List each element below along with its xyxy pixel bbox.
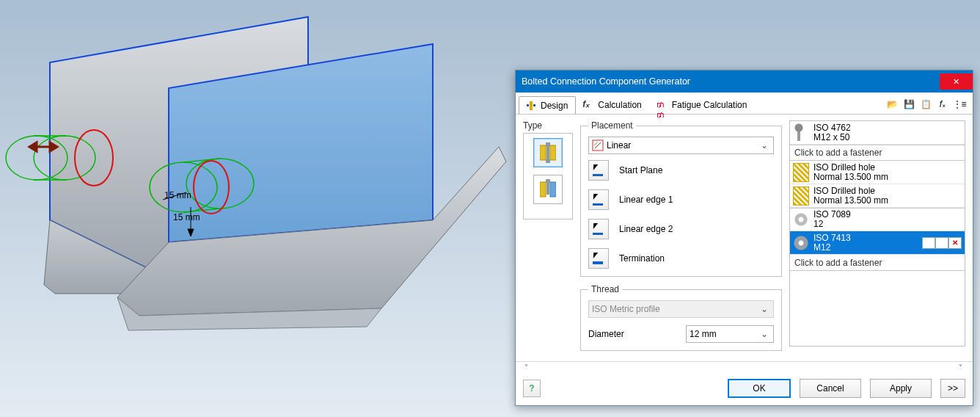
- diameter-value: 12 mm: [690, 329, 717, 339]
- placement-row-edge1: Linear edge 1: [588, 189, 774, 210]
- pick-edge1-button[interactable]: [588, 189, 609, 210]
- dialog-footer: ? OK Cancel Apply >>: [516, 373, 973, 405]
- drilled-hole-icon: [793, 186, 809, 206]
- diameter-label: Diameter: [588, 329, 624, 339]
- placement-mode-dropdown[interactable]: Linear ⌄: [588, 137, 774, 154]
- fx-mini-icon[interactable]: fₓ: [935, 97, 950, 112]
- add-fastener-label: Click to add a fastener: [794, 148, 882, 158]
- hole-line1: ISO Drilled hole: [813, 163, 888, 173]
- tab-design[interactable]: Design: [519, 96, 576, 114]
- model-viewport[interactable]: 15 mm 15 mm: [0, 0, 513, 417]
- help-button[interactable]: ?: [523, 380, 541, 397]
- expand-row-button[interactable]: ▸: [935, 237, 948, 249]
- close-button[interactable]: ✕: [940, 73, 973, 90]
- apply-button[interactable]: Apply: [870, 379, 932, 398]
- cursor-edge-icon: [593, 194, 604, 206]
- add-fastener-bottom[interactable]: Click to add a fastener: [790, 255, 965, 271]
- placement-row-label: Linear edge 2: [619, 224, 673, 234]
- dimension-a-label: 15 mm: [164, 190, 191, 200]
- thread-profile-value: ISO Metric profile: [592, 304, 660, 314]
- cursor-edge-icon: [593, 223, 604, 235]
- diameter-dropdown[interactable]: 12 mm ⌄: [686, 325, 774, 343]
- thread-legend: Thread: [588, 284, 622, 294]
- chevrons-down-left-icon: ˅: [524, 363, 530, 371]
- hole-item[interactable]: ISO Drilled hole Normal 13.500 mm: [790, 184, 965, 208]
- placement-row-edge2: Linear edge 2: [588, 219, 774, 239]
- svg-rect-27: [550, 182, 556, 197]
- delete-button[interactable]: ✕: [948, 237, 962, 249]
- chevron-down-icon: ⌄: [758, 140, 770, 151]
- socket-head-bolt-icon: [793, 123, 809, 142]
- through-bolt-icon: [540, 142, 556, 163]
- placement-row-label: Termination: [619, 253, 665, 264]
- cursor-plane-icon: [593, 164, 604, 176]
- options-icon[interactable]: ⋮≡: [952, 97, 967, 112]
- dialog-titlebar[interactable]: Bolted Connection Component Generator ✕: [516, 70, 973, 93]
- placement-group: Placement Linear ⌄ Start Plane Li: [580, 120, 782, 277]
- fastener-bolt-item[interactable]: ISO 4762 M12 x 50: [790, 121, 965, 145]
- settings-icon[interactable]: 📋: [918, 97, 933, 112]
- dimension-b-label: 15 mm: [173, 212, 200, 222]
- placement-row-start-plane: Start Plane: [588, 160, 774, 181]
- fastener-list: ISO 4762 M12 x 50 Click to add a fastene…: [789, 120, 965, 347]
- open-icon[interactable]: 📂: [885, 97, 899, 112]
- nut-icon: [793, 233, 809, 253]
- tab-fatigue-calculation[interactable]: Fatigue Calculation: [650, 95, 756, 113]
- add-fastener-top[interactable]: Click to add a fastener: [790, 145, 965, 161]
- svg-rect-21: [540, 145, 546, 160]
- placement-mode-value: Linear: [607, 140, 631, 151]
- browse-button[interactable]: …: [922, 237, 935, 249]
- chevrons-down-right-icon: ˅: [959, 363, 964, 371]
- wave-icon: [657, 99, 668, 111]
- add-fastener-label: Click to add a fastener: [794, 258, 882, 268]
- nut-item[interactable]: ISO 7413 M12 … ▸ ✕: [790, 231, 965, 255]
- bolted-connection-dialog: Bolted Connection Component Generator ✕ …: [515, 70, 973, 406]
- svg-rect-24: [546, 146, 549, 159]
- expand-divider[interactable]: ˅ ˅: [516, 361, 973, 373]
- type-label: Type: [523, 120, 573, 131]
- placement-row-label: Start Plane: [619, 165, 662, 175]
- tab-label: Design: [541, 101, 568, 111]
- washer-icon: [793, 210, 809, 229]
- tab-label: Calculation: [598, 100, 641, 110]
- svg-rect-26: [540, 182, 546, 197]
- hole-line2: Normal 13.500 mm: [813, 196, 888, 206]
- svg-rect-25: [546, 159, 550, 163]
- svg-rect-23: [546, 142, 550, 146]
- save-icon[interactable]: 💾: [902, 97, 916, 112]
- cancel-button[interactable]: Cancel: [800, 379, 861, 398]
- ok-button[interactable]: OK: [728, 379, 791, 398]
- type-through-button[interactable]: [533, 138, 563, 167]
- type-blind-button[interactable]: [533, 175, 563, 204]
- fx-icon: [582, 99, 594, 111]
- drilled-hole-icon: [793, 163, 809, 182]
- pick-start-plane-button[interactable]: [588, 160, 609, 181]
- thread-group: Thread ISO Metric profile ⌄ Diameter 12 …: [580, 284, 782, 351]
- blind-bolt-icon: [540, 179, 556, 200]
- nut-line2: M12: [813, 243, 851, 253]
- placement-legend: Placement: [588, 120, 636, 131]
- washer-line2: 12: [813, 220, 851, 229]
- chevron-down-icon: ⌄: [758, 304, 770, 314]
- svg-rect-28: [546, 179, 550, 183]
- hole-item[interactable]: ISO Drilled hole Normal 13.500 mm: [790, 161, 965, 184]
- pick-termination-button[interactable]: [588, 248, 609, 269]
- placement-row-label: Linear edge 1: [619, 195, 673, 205]
- washer-item[interactable]: ISO 7089 12: [790, 208, 965, 231]
- hole-line2: Normal 13.500 mm: [813, 173, 888, 182]
- svg-marker-16: [29, 142, 37, 151]
- tabs-row: Design Calculation Fatigue Calculation 📂…: [516, 93, 973, 115]
- svg-rect-29: [546, 183, 549, 195]
- fastener-line2: M12 x 50: [813, 133, 851, 142]
- pick-edge2-button[interactable]: [588, 219, 609, 239]
- expand-button[interactable]: >>: [940, 379, 965, 398]
- dialog-title: Bolted Connection Component Generator: [522, 76, 940, 87]
- placement-row-termination: Termination: [588, 248, 774, 269]
- bolt-icon: [525, 100, 537, 112]
- fastener-line1: ISO 4762: [813, 123, 851, 133]
- tab-label: Fatigue Calculation: [672, 100, 747, 110]
- svg-line-32: [594, 142, 598, 145]
- chevron-down-icon: ⌄: [758, 329, 770, 339]
- cursor-plane-icon: [593, 253, 604, 264]
- tab-calculation[interactable]: Calculation: [576, 95, 649, 113]
